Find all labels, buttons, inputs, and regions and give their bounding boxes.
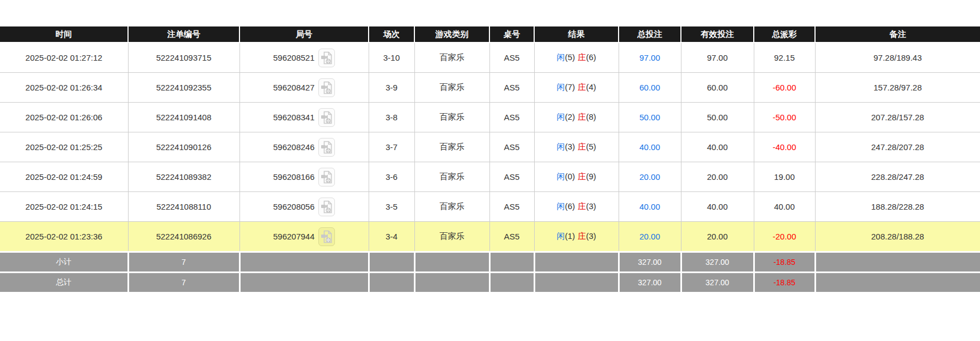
total-bet-link[interactable]: 60.00: [640, 83, 661, 92]
summary-empty-result: [534, 273, 619, 293]
cell-game-type: 百家乐: [414, 192, 489, 222]
summary-empty-remark: [815, 273, 980, 293]
cell-table-no: AS5: [489, 222, 534, 252]
cell-time: 2025-02-02 01:25:25: [0, 132, 128, 162]
cell-table-no: AS5: [489, 192, 534, 222]
summary-empty-game: [414, 252, 489, 273]
summary-empty-result: [534, 252, 619, 273]
video-replay-icon: [321, 51, 333, 65]
cell-game-type: 百家乐: [414, 42, 489, 73]
cell-table-no: AS5: [489, 73, 534, 103]
video-replay-icon: [321, 230, 333, 244]
cell-game-type: 百家乐: [414, 132, 489, 162]
cell-bet-no: 522241089382: [128, 162, 239, 192]
cell-bet-no: 522241086926: [128, 222, 239, 252]
summary-empty-table: [489, 273, 534, 293]
cell-payout: -60.00: [754, 73, 815, 103]
cell-session: 3-6: [369, 162, 414, 192]
summary-valid-bet: 327.00: [681, 273, 754, 293]
col-header-bet-no: 注单编号: [128, 26, 239, 42]
video-replay-button[interactable]: [318, 49, 335, 67]
cell-total-bet: 50.00: [619, 103, 681, 132]
player-result-label: 闲: [557, 231, 565, 241]
cell-result: 闲(2)庄(8): [534, 103, 619, 132]
total-bet-link[interactable]: 97.00: [640, 53, 661, 62]
table-row: 2025-02-02 01:26:06 522241091408 5962083…: [0, 103, 980, 132]
video-replay-button[interactable]: [318, 138, 335, 157]
col-header-time: 时间: [0, 26, 128, 42]
total-bet-link[interactable]: 40.00: [640, 202, 661, 211]
video-replay-icon: [321, 200, 333, 214]
video-replay-button[interactable]: [318, 168, 335, 187]
total-bet-link[interactable]: 40.00: [640, 142, 661, 152]
banker-result-score: (4): [586, 82, 596, 92]
summary-label: 总计: [0, 273, 128, 293]
col-header-remark: 备注: [815, 26, 980, 42]
bet-history-section: 时间 注单编号 局号 场次 游戏类别 桌号 结果 总投注 有效投注 总派彩 备注…: [0, 0, 980, 294]
summary-empty-remark: [815, 252, 980, 273]
video-replay-button[interactable]: [318, 227, 335, 246]
cell-bet-no: 522241088110: [128, 192, 239, 222]
col-header-valid-bet: 有效投注: [681, 26, 754, 42]
summary-row: 总计 7 327.00 327.00 -18.85: [0, 273, 980, 293]
cell-result: 闲(7)庄(4): [534, 73, 619, 103]
total-bet-link[interactable]: 20.00: [640, 232, 661, 241]
video-replay-icon: [321, 170, 333, 184]
summary-empty-round: [239, 273, 369, 293]
video-replay-button[interactable]: [318, 198, 335, 216]
summary-empty-round: [239, 252, 369, 273]
cell-result: 闲(6)庄(3): [534, 192, 619, 222]
cell-session: 3-5: [369, 192, 414, 222]
cell-game-type: 百家乐: [414, 103, 489, 132]
cell-session: 3-4: [369, 222, 414, 252]
cell-result: 闲(3)庄(5): [534, 132, 619, 162]
bet-history-table: 时间 注单编号 局号 场次 游戏类别 桌号 结果 总投注 有效投注 总派彩 备注…: [0, 25, 980, 294]
cell-valid-bet: 97.00: [681, 42, 754, 73]
video-replay-button[interactable]: [318, 78, 335, 97]
summary-payout: -18.85: [754, 252, 815, 273]
cell-bet-no: 522241092355: [128, 73, 239, 103]
banker-result-label: 庄: [578, 142, 586, 151]
table-row: 2025-02-02 01:26:34 522241092355 5962084…: [0, 73, 980, 103]
cell-payout: -20.00: [754, 222, 815, 252]
cell-total-bet: 40.00: [619, 192, 681, 222]
cell-game-type: 百家乐: [414, 73, 489, 103]
video-replay-icon: [321, 81, 333, 95]
cell-payout: -40.00: [754, 132, 815, 162]
cell-total-bet: 60.00: [619, 73, 681, 103]
summary-empty-table: [489, 252, 534, 273]
banker-result-score: (5): [586, 142, 596, 151]
cell-round-no: 596207944: [239, 222, 369, 252]
round-no-text: 596208166: [273, 172, 315, 182]
summary-count: 7: [128, 273, 239, 293]
cell-bet-no: 522241093715: [128, 42, 239, 73]
table-header: 时间 注单编号 局号 场次 游戏类别 桌号 结果 总投注 有效投注 总派彩 备注: [0, 26, 980, 42]
col-header-total-bet: 总投注: [619, 26, 681, 42]
total-bet-link[interactable]: 20.00: [640, 172, 661, 182]
cell-remark: 188.28/228.28: [815, 192, 980, 222]
round-no-text: 596208521: [273, 53, 315, 62]
cell-table-no: AS5: [489, 103, 534, 132]
cell-remark: 247.28/207.28: [815, 132, 980, 162]
summary-count: 7: [128, 252, 239, 273]
cell-session: 3-9: [369, 73, 414, 103]
col-header-payout: 总派彩: [754, 26, 815, 42]
player-result-label: 闲: [557, 112, 565, 121]
cell-total-bet: 20.00: [619, 222, 681, 252]
cell-result: 闲(1)庄(3): [534, 222, 619, 252]
player-result-label: 闲: [557, 142, 565, 151]
video-replay-button[interactable]: [318, 108, 335, 127]
summary-payout: -18.85: [754, 273, 815, 293]
cell-result: 闲(5)庄(6): [534, 42, 619, 73]
total-bet-link[interactable]: 50.00: [640, 113, 661, 122]
cell-valid-bet: 20.00: [681, 222, 754, 252]
banker-result-score: (3): [586, 231, 596, 241]
cell-table-no: AS5: [489, 162, 534, 192]
cell-valid-bet: 40.00: [681, 192, 754, 222]
player-result-score: (0): [565, 172, 575, 181]
cell-bet-no: 522241090126: [128, 132, 239, 162]
cell-payout: 92.15: [754, 42, 815, 73]
round-no-text: 596207944: [273, 232, 315, 241]
cell-session: 3-10: [369, 42, 414, 73]
cell-time: 2025-02-02 01:27:12: [0, 42, 128, 73]
